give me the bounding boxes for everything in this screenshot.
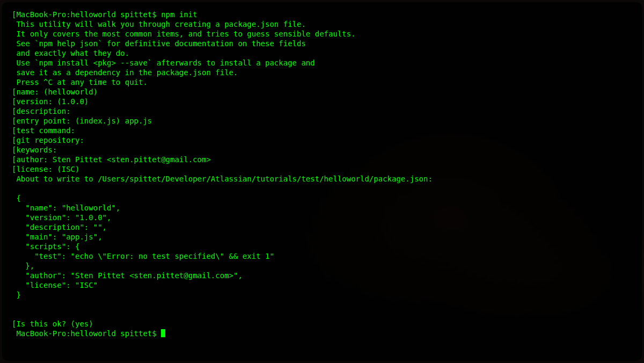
blank-line [12,184,632,193]
output-line: save it as a dependency in the package.j… [12,68,632,77]
input-prompt: [test command: [12,126,632,135]
terminal-window[interactable]: [MacBook-Pro:helloworld spittet$ npm ini… [2,2,642,361]
output-line: It only covers the most common items, an… [12,29,632,39]
output-line: and exactly what they do. [12,48,632,58]
json-line: "name": "helloworld", [12,203,632,213]
json-line: "description": "", [12,222,632,232]
json-line: { [12,193,632,203]
json-line: "version": "1.0.0", [12,213,632,222]
input-prompt: [keywords: [12,145,632,155]
cursor-icon [161,329,165,337]
blank-line [12,300,632,309]
confirm-prompt: [Is this ok? (yes) [12,319,632,329]
json-line: "author": "Sten Pittet <sten.pittet@gmai… [12,271,632,280]
output-line: Use `npm install <pkg> --save` afterward… [12,58,632,68]
output-line: About to write to /Users/spittet/Develop… [12,174,632,184]
input-prompt: [version: (1.0.0) [12,97,632,106]
input-prompt: [author: Sten Pittet <sten.pittet@gmail.… [12,155,632,164]
input-prompt: [entry point: (index.js) app.js [12,116,632,126]
json-line: "test": "echo \"Error: no test specified… [12,251,632,261]
input-prompt: [description: [12,106,632,116]
output-line: Press ^C at any time to quit. [12,77,632,87]
input-prompt: [license: (ISC) [12,164,632,174]
json-line: "license": "ISC" [12,280,632,290]
final-prompt-line[interactable]: MacBook-Pro:helloworld spittet$ [12,329,632,338]
json-line: }, [12,261,632,271]
output-line: This utility will walk you through creat… [12,19,632,29]
json-line: "main": "app.js", [12,232,632,242]
prompt-line: [MacBook-Pro:helloworld spittet$ npm ini… [12,10,632,19]
input-prompt: [git repository: [12,135,632,145]
json-line: } [12,290,632,300]
input-prompt: [name: (helloworld) [12,87,632,97]
json-line: "scripts": { [12,242,632,251]
output-line: See `npm help json` for definitive docum… [12,39,632,48]
blank-line [12,309,632,319]
final-prompt-text: MacBook-Pro:helloworld spittet$ [12,329,161,338]
